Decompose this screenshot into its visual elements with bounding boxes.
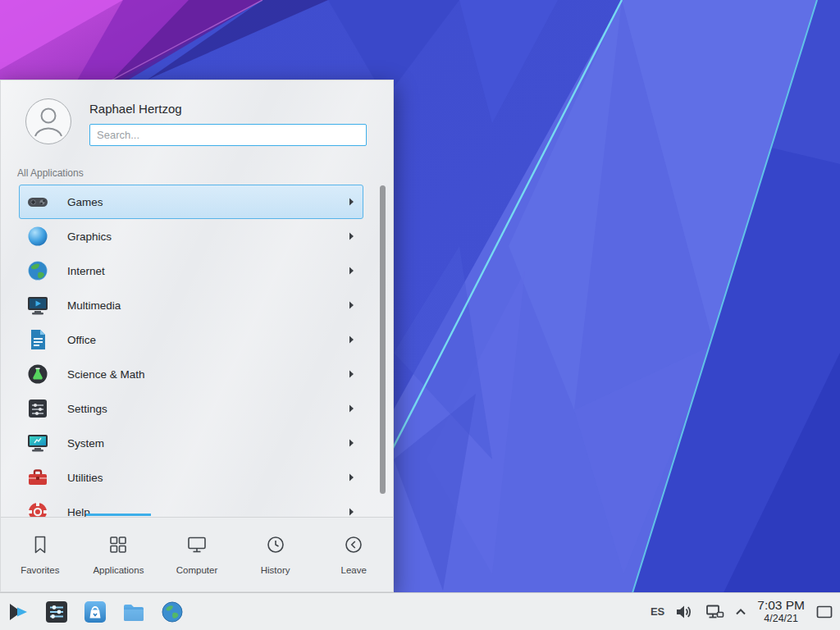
web-browser-button[interactable] [159,599,185,625]
menu-item-science-math[interactable]: Science & Math [19,357,363,391]
bookmark-icon [30,535,50,558]
user-icon [26,99,71,144]
tab-leave[interactable]: Leave [314,518,393,591]
lifebuoy-icon [26,500,49,518]
submenu-arrow-icon [348,335,354,345]
tab-label: History [261,565,290,575]
tab-favorites[interactable]: Favorites [1,518,80,591]
menu-item-internet[interactable]: Internet [19,253,363,288]
launcher-header: Raphael Hertzog [1,80,393,146]
menu-item-label: Multimedia [67,299,121,312]
keyboard-layout-indicator[interactable]: ES [651,605,664,618]
launcher-tab-bar: Favorites Applications [1,517,393,591]
gamepad-icon [26,190,49,213]
application-launcher-popup: Raphael Hertzog All Applications [0,80,394,592]
tab-label: Applications [93,565,144,575]
menu-item-label: Office [67,334,96,346]
application-category-list: Games Graphics [1,185,393,518]
graphics-sphere-icon [26,225,49,248]
user-name: Raphael Hertzog [89,102,367,116]
system-settings-button[interactable] [43,599,70,625]
desktop: Raphael Hertzog All Applications [0,0,840,630]
tab-history[interactable]: History [236,518,315,591]
computer-icon [186,535,208,558]
tab-computer[interactable]: Computer [158,518,236,591]
menu-item-multimedia[interactable]: Multimedia [19,288,363,322]
menu-item-graphics[interactable]: Graphics [19,219,363,253]
taskbar: ES [0,592,840,630]
settings-sliders-icon [26,397,49,420]
menu-item-office[interactable]: Office [19,322,363,357]
clock-date: 4/24/21 [757,613,805,625]
menu-item-utilities[interactable]: Utilities [19,460,363,495]
submenu-arrow-icon [348,404,354,413]
discover-icon [83,600,107,624]
menu-item-label: Utilities [67,472,103,484]
menu-item-label: System [67,437,104,450]
menu-item-label: Internet [67,265,105,277]
document-icon [26,328,49,351]
menu-item-label: Settings [67,403,107,415]
section-label: All Applications [17,167,393,179]
menu-item-label: Graphics [67,231,112,243]
volume-icon[interactable] [675,602,695,622]
flask-icon [26,363,49,386]
settings-app-icon [44,600,69,624]
submenu-arrow-icon [348,197,354,207]
grid-icon [108,535,128,558]
menu-item-label: Science & Math [67,368,145,381]
discover-button[interactable] [82,599,108,625]
browser-globe-icon [160,600,185,624]
menu-item-system[interactable]: System [19,426,363,460]
tab-label: Leave [341,565,367,575]
submenu-arrow-icon [348,266,354,276]
submenu-arrow-icon [348,438,354,448]
submenu-arrow-icon [348,231,354,241]
menu-item-settings[interactable]: Settings [19,391,363,426]
tab-label: Computer [176,565,218,575]
system-monitor-icon [26,431,49,454]
menu-item-label: Games [67,196,103,208]
multimedia-monitor-icon [26,294,49,317]
leave-icon [344,535,363,558]
toolbox-icon [26,466,49,489]
clock-icon [266,535,285,558]
system-tray: ES [651,598,833,625]
submenu-arrow-icon [348,507,354,517]
tab-applications[interactable]: Applications [80,518,158,591]
expand-tray-icon[interactable] [735,608,746,616]
submenu-arrow-icon [348,300,354,310]
folder-icon [121,600,146,624]
tab-label: Favorites [21,565,59,575]
show-desktop-icon[interactable] [815,603,833,621]
clock-time: 7:03 PM [757,598,805,613]
network-icon[interactable] [705,603,724,621]
taskbar-launchers [5,599,185,625]
scrollbar[interactable] [380,185,386,494]
kickoff-icon [6,600,30,624]
globe-icon [26,259,49,282]
application-launcher-button[interactable] [5,599,31,625]
submenu-arrow-icon [348,472,354,482]
submenu-arrow-icon [348,369,354,379]
avatar[interactable] [25,98,71,144]
digital-clock[interactable]: 7:03 PM 4/24/21 [757,598,805,625]
menu-item-games[interactable]: Games [19,185,363,219]
menu-item-help[interactable]: Help [19,495,363,518]
search-input[interactable] [89,124,367,146]
file-manager-button[interactable] [121,599,147,625]
